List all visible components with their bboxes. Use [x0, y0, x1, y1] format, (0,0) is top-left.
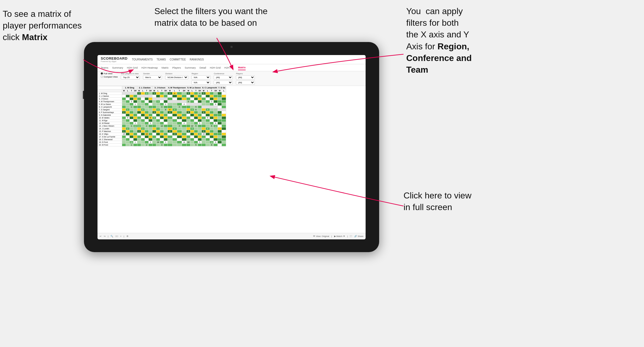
- matrix-cell: [122, 105, 126, 108]
- matrix-cell: [187, 124, 190, 127]
- matrix-cell: [134, 143, 137, 146]
- matrix-cell: [168, 143, 173, 146]
- filter-conference-select-1[interactable]: (All): [214, 75, 233, 79]
- matrix-cell: [202, 143, 206, 146]
- matrix-cell: [149, 127, 152, 130]
- player-name-cell: 15. P Maichon: [98, 130, 122, 133]
- radio-full-view[interactable]: Full View: [101, 72, 118, 75]
- matrix-cell: 6: [202, 111, 206, 114]
- toolbar-settings[interactable]: ⚙: [126, 235, 128, 237]
- matrix-cell: [149, 92, 152, 95]
- matrix-cell: 3: [164, 141, 168, 143]
- tab-players[interactable]: Players: [172, 65, 181, 70]
- tab-detail[interactable]: Detail: [200, 65, 206, 70]
- matrix-cell: [202, 122, 206, 124]
- tab-matrix-active[interactable]: Matrix: [238, 65, 246, 70]
- toolbar-share[interactable]: 🔗 Share: [354, 235, 363, 237]
- table-row: 14. J Lundin12456: [98, 127, 226, 130]
- tab-h2h-heatmap[interactable]: H2H Heatmap: [141, 65, 158, 70]
- sh-5-w: W: [187, 89, 190, 92]
- matrix-cell: [198, 108, 202, 111]
- radio-full-label: Full View: [104, 72, 112, 75]
- matrix-cell: 2: [145, 143, 149, 146]
- matrix-cell: [122, 124, 126, 127]
- filter-players-select-2[interactable]: (All): [236, 81, 255, 85]
- nav-tournaments[interactable]: TOURNAMENTS: [132, 57, 153, 62]
- matrix-cell: [137, 127, 141, 130]
- matrix-scroll[interactable]: 1. W Ding 2. L Clanton 3. J Koivun 4. M …: [97, 86, 366, 146]
- matrix-cell: 4: [177, 124, 182, 127]
- table-row: 11. M Ege: [98, 119, 226, 122]
- matrix-cell: [156, 130, 160, 133]
- matrix-cell: [182, 97, 187, 100]
- matrix-cell-last: [222, 135, 226, 138]
- filter-gender: Gender Men's: [143, 72, 162, 79]
- filter-region-select-2[interactable]: N/A: [191, 81, 210, 85]
- matrix-cell: [168, 133, 173, 135]
- matrix-cell: [190, 114, 194, 116]
- nav-rankings[interactable]: RANKINGS: [190, 57, 204, 62]
- matrix-cell: 9: [126, 116, 130, 119]
- matrix-cell: [190, 97, 194, 100]
- matrix-cell: [145, 103, 149, 105]
- matrix-cell: [194, 95, 198, 97]
- matrix-cell: 6: [214, 141, 218, 143]
- sh-2-t: T: [145, 89, 149, 92]
- filter-gender-select[interactable]: Men's: [143, 75, 162, 79]
- matrix-cell: [137, 95, 141, 97]
- matrix-cell: [168, 100, 173, 103]
- matrix-cell: [145, 127, 149, 130]
- toolbar-zoom-in[interactable]: +: [120, 235, 122, 237]
- tab-summary-2[interactable]: Summary: [185, 65, 196, 70]
- matrix-cell: [122, 108, 126, 111]
- tab-h2h-h[interactable]: H2H H...: [225, 65, 234, 70]
- matrix-cell: 5: [198, 141, 202, 143]
- tab-matrix-1[interactable]: Matrix: [161, 65, 168, 70]
- toolbar-view-label[interactable]: 👁 View: Original: [313, 235, 329, 237]
- matrix-cell: [122, 122, 126, 124]
- filter-players-select-1[interactable]: (All): [236, 75, 255, 79]
- matrix-cell: [202, 97, 206, 100]
- matrix-cell-last: [218, 114, 222, 116]
- matrix-cell: [198, 97, 202, 100]
- toolbar-undo[interactable]: ↩: [100, 235, 102, 237]
- tab-h2h-grid-2[interactable]: H2H Grid: [210, 65, 221, 70]
- matrix-cell: 3: [160, 143, 164, 146]
- nav-teams[interactable]: TEAMS: [157, 57, 166, 62]
- matrix-cell: 4: [168, 92, 173, 95]
- toolbar-fullscreen[interactable]: ⛶: [350, 235, 352, 237]
- matrix-cell-last: [222, 124, 226, 127]
- matrix-cell: [206, 92, 210, 95]
- player-name-cell: 11. M Ege: [98, 119, 122, 122]
- matrix-cell: [141, 95, 145, 97]
- nav-committee[interactable]: COMMITTEE: [170, 57, 186, 62]
- matrix-cell: 18: [187, 141, 190, 143]
- matrix-cell: [168, 114, 173, 116]
- matrix-cell: [198, 138, 202, 141]
- tablet-screen: SCOREBOARD Powered by clippd TOURNAMENTS…: [97, 55, 366, 239]
- toolbar-zoom-out[interactable]: 🔍: [110, 235, 113, 237]
- toolbar-redo[interactable]: ↪: [104, 235, 106, 237]
- matrix-cell: [202, 103, 206, 105]
- tab-summary[interactable]: Summary: [112, 65, 123, 70]
- matrix-cell: [160, 141, 164, 143]
- matrix-cell: [122, 92, 126, 95]
- filter-max-select[interactable]: Top 25: [121, 75, 140, 79]
- toolbar-watch[interactable]: ▶ Watch ▼: [334, 235, 345, 237]
- radio-compact-view[interactable]: Compact View: [101, 76, 118, 78]
- tab-h2h-grid[interactable]: H2H Grid: [127, 65, 138, 70]
- matrix-cell: [187, 127, 190, 130]
- filter-division-select[interactable]: NCAA Division I: [165, 75, 188, 79]
- matrix-cell: [137, 141, 141, 143]
- matrix-cell-last: [218, 130, 222, 133]
- tab-teams[interactable]: Teams: [101, 65, 108, 70]
- matrix-cell: [160, 108, 164, 111]
- matrix-cell: [194, 111, 198, 114]
- matrix-cell: [160, 114, 164, 116]
- matrix-cell: [152, 103, 156, 105]
- matrix-cell: [214, 105, 218, 108]
- filter-region-select-1[interactable]: N/A: [191, 75, 210, 79]
- filter-conference-select-2[interactable]: (All): [214, 81, 233, 85]
- matrix-cell: [182, 108, 187, 111]
- matrix-cell: [210, 111, 214, 114]
